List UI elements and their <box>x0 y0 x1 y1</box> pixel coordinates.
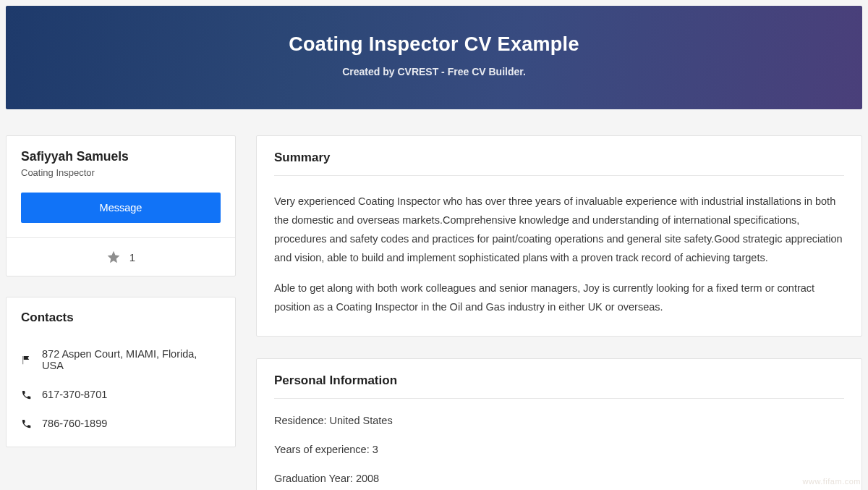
info-years: Years of experience: 3 <box>274 444 844 455</box>
summary-section: Summary Very experienced Coating Inspect… <box>256 135 862 337</box>
profile-card: Safiyyah Samuels Coating Inspector Messa… <box>6 135 236 276</box>
summary-para1: Very experienced Coating Inspector who h… <box>274 192 844 267</box>
contact-address-row: 872 Aspen Court, MIAMI, Florida, USA <box>21 348 221 371</box>
divider <box>274 175 844 176</box>
phone-icon <box>21 389 32 400</box>
phone-icon <box>21 418 32 429</box>
contact-address: 872 Aspen Court, MIAMI, Florida, USA <box>42 348 221 371</box>
hero-banner: Coating Inspector CV Example Created by … <box>6 6 862 109</box>
contacts-card: Contacts 872 Aspen Court, MIAMI, Florida… <box>6 297 236 447</box>
personal-info-section: Personal Information Residence: United S… <box>256 358 862 490</box>
info-residence: Residence: United States <box>274 415 844 426</box>
contact-phone1-row: 617-370-8701 <box>21 389 221 400</box>
info-grad: Graduation Year: 2008 <box>274 473 844 484</box>
divider <box>274 398 844 399</box>
contact-phone1: 617-370-8701 <box>42 389 107 400</box>
profile-role: Coating Inspector <box>21 167 221 178</box>
page-subtitle: Created by CVREST - Free CV Builder. <box>20 66 848 77</box>
summary-heading: Summary <box>274 151 844 165</box>
profile-name: Safiyyah Samuels <box>21 149 221 164</box>
contacts-heading: Contacts <box>21 311 221 325</box>
contact-phone2: 786-760-1899 <box>42 418 107 429</box>
summary-para2: Able to get along with both work colleag… <box>274 279 844 316</box>
message-button[interactable]: Message <box>21 193 221 223</box>
star-icon <box>106 250 121 264</box>
profile-rating: 1 <box>129 251 135 263</box>
contact-phone2-row: 786-760-1899 <box>21 418 221 429</box>
personal-heading: Personal Information <box>274 373 844 388</box>
page-title: Coating Inspector CV Example <box>20 33 848 56</box>
flag-icon <box>21 355 32 366</box>
